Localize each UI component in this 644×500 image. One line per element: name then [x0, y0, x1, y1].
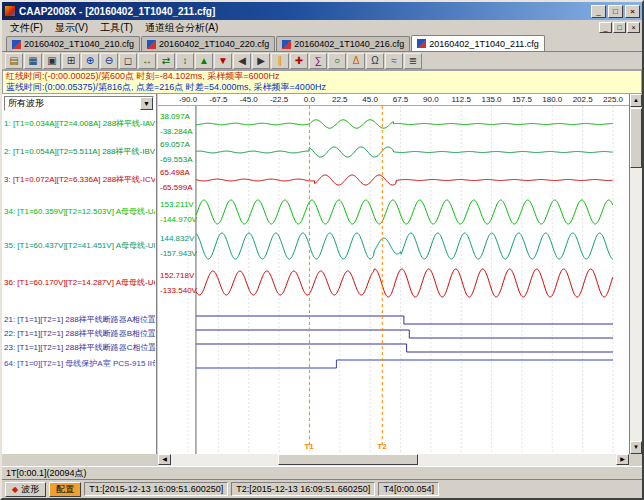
next-fault-icon[interactable]: ▶ — [252, 53, 270, 69]
horizontal-scrollbar[interactable]: ◀ ▶ — [158, 454, 629, 466]
expand-x-icon[interactable]: ↔ — [138, 53, 156, 69]
waveform-channel-64 — [196, 360, 613, 368]
channel-min-value: -157.943V — [160, 248, 197, 259]
time-tick-label: -67.5 — [209, 95, 227, 104]
prev-fault-icon[interactable]: ◀ — [233, 53, 251, 69]
channel-label[interactable]: 1: [T1=0.034A][T2=4.008A] 288祥平线-IAV — [4, 118, 155, 129]
time-tick-label: 135.0 — [482, 95, 502, 104]
waveform-channel-35 — [196, 233, 613, 259]
footer-tab-label: 波形 — [21, 483, 39, 496]
amplitude-up-icon[interactable]: ▲ — [195, 53, 213, 69]
scroll-left-icon[interactable]: ◀ — [158, 454, 171, 465]
channel-label[interactable]: 21: [T1=1][T2=1] 288祥平线断路器A相位置 — [4, 314, 155, 325]
waveform-filter-select[interactable]: 所有波形 ▼ — [4, 96, 154, 111]
zoom-in-icon[interactable]: ⊕ — [81, 53, 99, 69]
open-icon[interactable]: ▤ — [5, 53, 23, 69]
channel-min-value: -144.970V — [160, 214, 197, 225]
channel-min-value: -38.284A — [160, 126, 192, 137]
compress-x-icon[interactable]: ⇄ — [157, 53, 175, 69]
channel-list-panel: 所有波形 ▼ 1: [T1=0.034A][T2=4.008A] 288祥平线-… — [2, 94, 157, 454]
minimize-button[interactable]: _ — [591, 5, 606, 18]
print-icon[interactable]: ▣ — [43, 53, 61, 69]
menu-item-3[interactable]: 工具(T) — [94, 20, 139, 36]
channel-label[interactable]: 2: [T1=0.054A][T2=5.511A] 288祥平线-IBV — [4, 146, 155, 157]
window-title: CAAP2008X - [20160402_1T1040_211.cfg] — [19, 6, 589, 17]
mdi-minimize-button[interactable]: _ — [599, 22, 612, 33]
channel-label[interactable]: 22: [T1=1][T2=1] 288祥平线断路器B相位置 — [4, 328, 155, 339]
channel-max-value: 153.211V — [160, 199, 194, 210]
footer-tab-1[interactable]: ◆波形 — [5, 482, 46, 497]
channel-label[interactable]: 36: [T1=60.170V][T2=14.287V] A母母线-UCV — [4, 277, 155, 288]
tab-label: 20160402_1T1040_210.cfg — [24, 39, 134, 49]
waveform-channel-2 — [196, 147, 613, 157]
channel-max-value: 69.057A — [160, 139, 190, 150]
cursor-label-t1[interactable]: T1 — [304, 442, 313, 451]
cursor-label-t2[interactable]: T2 — [377, 442, 386, 451]
scroll-up-icon[interactable]: ▲ — [630, 94, 642, 107]
cursor-icon[interactable]: ∥ — [271, 53, 289, 69]
waveform-channel-21 — [196, 316, 613, 324]
document-tab-1[interactable]: 20160402_1T1040_210.cfg — [6, 36, 140, 51]
impedance-icon[interactable]: Ω — [366, 53, 384, 69]
time-ruler: -90.0-67.5-45.0-22.50.022.545.067.590.01… — [158, 94, 629, 106]
menu-bar: 文件(F)显示(V)工具(T)通道组合分析(A)_□× — [2, 20, 642, 35]
channel-label[interactable]: 3: [T1=0.072A][T2=6.336A] 288祥平线-ICV — [4, 174, 155, 185]
channel-label[interactable]: 64: [T1=0][T2=1] 母线保护A室 PCS-915 II母母差保护动… — [4, 358, 155, 369]
time-tick-label: 0.0 — [304, 95, 315, 104]
channel-label[interactable]: 23: [T1=1][T2=1] 288祥平线断路器C相位置 — [4, 342, 155, 353]
mdi-close-button[interactable]: × — [627, 22, 640, 33]
save-icon[interactable]: ▦ — [24, 53, 42, 69]
harmonics-icon[interactable]: ∑ — [309, 53, 327, 69]
settings-icon[interactable]: ≣ — [404, 53, 422, 69]
scroll-down-icon[interactable]: ▼ — [630, 441, 642, 454]
channel-label[interactable]: 35: [T1=60.437V][T2=41.451V] A母母线-UBV — [4, 240, 155, 251]
cursor2-info-text: 蓝线时间:(0:00.05375)/第816点, 点差=216点 时差=54.0… — [6, 82, 638, 93]
time-tick-label: -22.5 — [270, 95, 288, 104]
close-button[interactable]: × — [625, 5, 640, 18]
frequency-icon[interactable]: ≈ — [385, 53, 403, 69]
waveform-area: -90.0-67.5-45.0-22.50.022.545.067.590.01… — [158, 94, 629, 454]
mdi-restore-button[interactable]: □ — [613, 22, 626, 33]
tab-label: 20160402_1T1040_216.cfg — [294, 39, 404, 49]
horizontal-scroll-thumb[interactable] — [278, 454, 418, 465]
menu-item-2[interactable]: 显示(V) — [49, 20, 94, 36]
vertical-scrollbar[interactable]: ▲ ▼ — [629, 94, 642, 454]
document-tab-4[interactable]: 20160402_1T1040_211.cfg — [411, 35, 544, 51]
channel-min-value: -65.599A — [160, 182, 192, 193]
zoom-reset-icon[interactable]: ◻ — [119, 53, 137, 69]
vector-diagram-icon[interactable]: ○ — [328, 53, 346, 69]
channel-max-value: 144.832V — [160, 233, 194, 244]
cursor1-info-text: 红线时间:(-0:00.00025)/第600点 时刻=-84.102ms, 采… — [6, 71, 638, 82]
scroll-right-icon[interactable]: ▶ — [616, 454, 629, 465]
vertical-scroll-thumb[interactable] — [630, 108, 642, 168]
footer-tab-2[interactable]: 配置 — [49, 482, 81, 497]
waveform-channel-36 — [196, 269, 613, 297]
status-field-3: T4[0:00.054] — [378, 482, 439, 496]
measure-icon[interactable]: ✚ — [290, 53, 308, 69]
waveform-file-icon — [282, 40, 291, 49]
tab-label: 20160402_1T1040_220.cfg — [159, 39, 269, 49]
time-tick-label: -90.0 — [179, 95, 197, 104]
zoom-out-icon[interactable]: ⊖ — [100, 53, 118, 69]
time-tick-label: -45.0 — [240, 95, 258, 104]
time-tick-label: 180.0 — [542, 95, 562, 104]
menu-item-1[interactable]: 文件(F) — [4, 20, 49, 36]
app-window: CAAP2008X - [20160402_1T1040_211.cfg] _ … — [0, 0, 644, 500]
toolbar: ▤▦▣⊞⊕⊖◻↔⇄↕▲▼◀▶∥✚∑○ΔΩ≈≣ — [2, 52, 642, 70]
tab-label: 20160402_1T1040_211.cfg — [429, 39, 538, 49]
waveform-file-icon — [12, 40, 21, 49]
copy-icon[interactable]: ⊞ — [62, 53, 80, 69]
time-tick-label: 202.5 — [573, 95, 593, 104]
maximize-button[interactable]: □ — [608, 5, 623, 18]
document-tab-2[interactable]: 20160402_1T1040_220.cfg — [141, 36, 275, 51]
time-tick-label: 67.5 — [393, 95, 409, 104]
channel-label[interactable]: 34: [T1=60.359V][T2=12.503V] A母母线-UAV — [4, 206, 155, 217]
channel-max-value: 65.498A — [160, 167, 190, 178]
menu-item-4[interactable]: 通道组合分析(A) — [139, 20, 224, 36]
title-bar: CAAP2008X - [20160402_1T1040_211.cfg] _ … — [2, 2, 642, 20]
amplitude-down-icon[interactable]: ▼ — [214, 53, 232, 69]
expand-y-icon[interactable]: ↕ — [176, 53, 194, 69]
document-tab-3[interactable]: 20160402_1T1040_216.cfg — [276, 36, 410, 51]
sequence-icon[interactable]: Δ — [347, 53, 365, 69]
footer-tab-label: 配置 — [56, 483, 74, 496]
